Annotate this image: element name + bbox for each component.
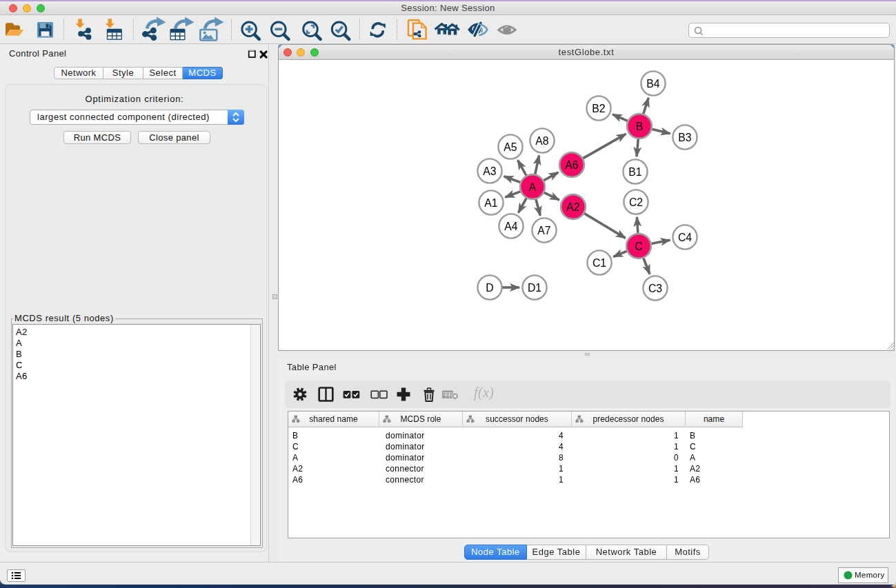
svg-text:C: C — [635, 241, 642, 252]
svg-text:B3: B3 — [678, 132, 692, 143]
svg-text:B2: B2 — [592, 103, 605, 114]
svg-text:A7: A7 — [537, 225, 550, 236]
svg-text:D1: D1 — [528, 282, 541, 294]
svg-text:A4: A4 — [504, 221, 518, 232]
svg-text:C3: C3 — [648, 283, 662, 294]
svg-text:A3: A3 — [483, 165, 497, 177]
svg-text:B1: B1 — [628, 166, 642, 178]
svg-text:A: A — [529, 181, 537, 193]
svg-text:D: D — [486, 282, 493, 294]
svg-text:B4: B4 — [646, 78, 660, 90]
svg-text:A6: A6 — [565, 159, 579, 171]
svg-text:A5: A5 — [504, 141, 517, 153]
svg-text:C4: C4 — [678, 232, 692, 243]
svg-text:A1: A1 — [484, 197, 498, 209]
svg-text:A2: A2 — [566, 201, 579, 213]
svg-text:A8: A8 — [535, 135, 549, 147]
svg-text:C1: C1 — [593, 257, 606, 269]
svg-text:C2: C2 — [629, 196, 643, 208]
svg-text:B: B — [636, 121, 644, 132]
